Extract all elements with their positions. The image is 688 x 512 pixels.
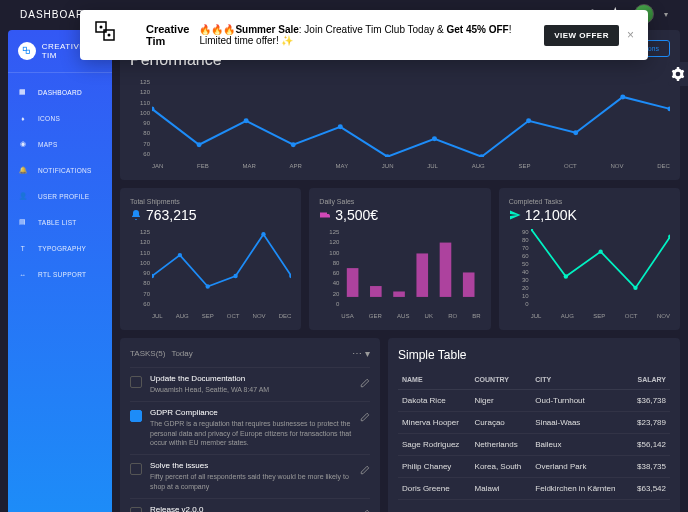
task-checkbox[interactable]: [130, 507, 142, 512]
task-checkbox[interactable]: [130, 376, 142, 388]
svg-point-14: [432, 136, 437, 141]
chevron-down-icon[interactable]: ▾: [664, 10, 668, 19]
svg-rect-29: [394, 291, 406, 296]
svg-point-9: [197, 142, 202, 147]
svg-rect-32: [463, 272, 475, 296]
nav-icon: ▦: [18, 87, 28, 97]
nav-icon: 👤: [18, 191, 28, 201]
svg-point-24: [261, 232, 265, 236]
view-offer-button[interactable]: VIEW OFFER: [544, 25, 619, 46]
svg-point-18: [620, 94, 625, 99]
table-row: Dakota RiceNigerOud-Turnhout$36,738: [398, 390, 670, 412]
svg-point-19: [667, 106, 669, 111]
table-row: Sage RodriguezNetherlandsBaileux$56,142: [398, 434, 670, 456]
sidebar-item-typography[interactable]: TTYPOGRAPHY: [8, 235, 112, 261]
svg-rect-28: [370, 286, 382, 297]
performance-chart: 12512011010090807060 JANFEBMARAPRMAYJUNJ…: [130, 79, 670, 169]
table-row: Minerva HooperCuraçaoSinaai-Waas$23,789: [398, 412, 670, 434]
sidebar-item-user-profile[interactable]: 👤USER PROFILE: [8, 183, 112, 209]
table-row: Doris GreeneMalawiFeldkirchen in Kärnten…: [398, 478, 670, 500]
svg-point-36: [633, 286, 637, 290]
bell-icon: [130, 209, 142, 221]
close-icon[interactable]: ×: [627, 28, 634, 42]
sidebar-item-rtl-support[interactable]: ↔RTL SUPPORT: [8, 261, 112, 287]
svg-point-16: [526, 118, 531, 123]
sidebar-item-dashboard[interactable]: ▦DASHBOARD: [8, 79, 112, 105]
sidebar-logo-icon: [18, 42, 36, 60]
nav-icon: 🔔: [18, 165, 28, 175]
settings-gear-button[interactable]: [668, 62, 688, 86]
promo-banner: CreativeTim 🔥🔥🔥Summer Sale: Join Creativ…: [80, 10, 648, 60]
edit-icon[interactable]: [360, 374, 370, 392]
nav-icon: ◉: [18, 139, 28, 149]
sidebar-item-maps[interactable]: ◉MAPS: [8, 131, 112, 157]
main-content: Total Shipments Performance AccountsPurc…: [120, 30, 680, 512]
svg-rect-30: [417, 253, 429, 296]
svg-rect-31: [440, 243, 452, 297]
sidebar: CREATIVE TIM ▦DASHBOARD♦ICONS◉MAPS🔔NOTIF…: [8, 30, 112, 512]
send-icon: [509, 209, 521, 221]
svg-point-35: [598, 249, 602, 253]
svg-point-21: [178, 253, 182, 257]
tasks-menu-icon[interactable]: ⋯ ▾: [352, 348, 370, 359]
promo-brand: CreativeTim: [146, 23, 189, 47]
task-checkbox[interactable]: [130, 410, 142, 422]
shipments-card: Total Shipments 763,215 1251201101009080…: [120, 188, 301, 330]
sidebar-item-table-list[interactable]: ▤TABLE LIST: [8, 209, 112, 235]
task-row: Solve the issuesFifty percent of all res…: [130, 454, 370, 498]
svg-point-11: [291, 142, 296, 147]
edit-icon[interactable]: [360, 461, 370, 479]
nav-icon: T: [18, 243, 28, 253]
svg-rect-27: [347, 268, 359, 297]
svg-point-12: [338, 124, 343, 129]
nav-icon: ▤: [18, 217, 28, 227]
table-title: Simple Table: [398, 348, 670, 362]
sidebar-item-notifications[interactable]: 🔔NOTIFICATIONS: [8, 157, 112, 183]
tasks-card-mini: Completed Tasks 12,100K 9080706050403020…: [499, 188, 680, 330]
simple-table: NAMECOUNTRYCITYSALARY Dakota RiceNigerOu…: [398, 370, 670, 500]
nav-icon: ↔: [18, 269, 28, 279]
task-row: Update the DocumentationDwuamish Head, S…: [130, 367, 370, 401]
sales-card: Daily Sales 3,500€ 125120100806040200USA…: [309, 188, 490, 330]
task-checkbox[interactable]: [130, 463, 142, 475]
svg-point-4: [100, 26, 103, 29]
task-row: Release v2.0.0: [130, 498, 370, 512]
tasks-title: TASKS(5): [130, 349, 165, 358]
delivery-icon: [319, 209, 331, 221]
sidebar-item-icons[interactable]: ♦ICONS: [8, 105, 112, 131]
svg-point-22: [206, 284, 210, 288]
promo-text: 🔥🔥🔥Summer Sale: Join Creative Tim Club T…: [199, 24, 544, 46]
brand-logo-icon: [94, 20, 138, 50]
svg-point-23: [233, 274, 237, 278]
svg-point-17: [573, 130, 578, 135]
edit-icon[interactable]: [360, 408, 370, 426]
svg-rect-26: [320, 213, 327, 218]
table-row: Philip ChaneyKorea, SouthOverland Park$3…: [398, 456, 670, 478]
task-row: GDPR ComplianceThe GDPR is a regulation …: [130, 401, 370, 454]
simple-table-card: Simple Table NAMECOUNTRYCITYSALARY Dakot…: [388, 338, 680, 512]
tasks-panel: TASKS(5) Today ⋯ ▾ Update the Documentat…: [120, 338, 380, 512]
edit-icon[interactable]: [360, 505, 370, 512]
svg-point-34: [563, 274, 567, 278]
svg-point-5: [108, 34, 111, 37]
nav-icon: ♦: [18, 113, 28, 123]
svg-point-10: [244, 118, 249, 123]
